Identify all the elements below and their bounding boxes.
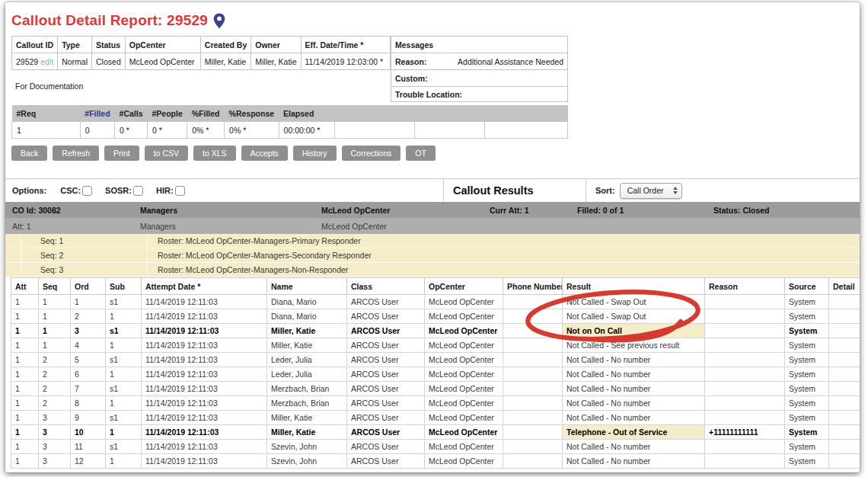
cell-opcenter: McLeod OpCenter (425, 410, 503, 424)
cell-seq: 3 (39, 424, 71, 439)
table-row[interactable]: 114111/14/2019 12:11:03Miller, KatieARCO… (11, 338, 860, 352)
cell-date: 11/14/2019 12:11:03 (142, 295, 267, 309)
seq-2-roster: Roster: McLeod OpCenter-Managers-Seconda… (148, 251, 860, 260)
ot-button[interactable]: OT (406, 146, 436, 161)
table-row[interactable]: 126111/14/2019 12:11:03Leder, JuliaARCOS… (11, 367, 860, 381)
cell-class: ARCOS User (347, 410, 425, 424)
cell-result: Not on On Call (563, 323, 705, 338)
hir-checkbox[interactable] (175, 186, 185, 196)
cell-source: System (785, 424, 829, 439)
cell-att: 1 (11, 323, 39, 338)
co-opcenter: McLeod OpCenter (321, 206, 490, 215)
table-row[interactable]: 139s111/14/2019 12:11:03Miller, KatieARC… (11, 410, 860, 424)
cell-reason (705, 309, 785, 323)
reason-row: Reason: Additional Assistance Needed (391, 53, 567, 70)
seq-2-label: Seq: 2 (21, 248, 148, 262)
cell-opcenter: McLeod OpCenter (425, 295, 503, 309)
table-row[interactable]: 128111/14/2019 12:11:03Merzbach, BrianAR… (11, 395, 860, 410)
cell-seq: 2 (39, 395, 71, 410)
type-cell: Normal (58, 53, 92, 70)
cell-opcenter: McLeod OpCenter (425, 338, 503, 352)
refresh-button[interactable]: Refresh (53, 146, 99, 161)
pct-response-value: 0% * (225, 122, 279, 139)
sort-dropdown[interactable]: Call Order (620, 183, 682, 199)
edit-link[interactable]: edit (40, 57, 53, 66)
history-button[interactable]: History (293, 146, 337, 161)
cell-ord: 4 (71, 338, 106, 352)
cell-phone (503, 395, 563, 410)
cell-opcenter: McLeod OpCenter (425, 352, 503, 367)
col-calls: #Calls (115, 105, 148, 122)
accepts-button[interactable]: Accepts (241, 146, 288, 161)
cell-date: 11/14/2019 12:11:03 (142, 367, 267, 381)
options-label: Options: (12, 186, 46, 195)
table-row[interactable]: 113s111/14/2019 12:11:03Miller, KatieARC… (11, 323, 860, 338)
cell-result: Not Called - No number (563, 352, 705, 367)
cell-source: System (785, 309, 829, 323)
co-status: Status: Closed (713, 206, 860, 215)
col-ord: Ord (71, 278, 106, 295)
seq-row-2: Seq: 2 Roster: McLeod OpCenter-Managers-… (5, 248, 860, 263)
cell-att: 1 (11, 309, 39, 323)
cell-source: System (785, 367, 829, 381)
req-value: 1 (12, 122, 81, 139)
col-filled-link[interactable]: #Filled (80, 105, 114, 122)
sort-value: Call Order (627, 186, 664, 195)
cell-source: System (785, 352, 829, 367)
sort-label: Sort: (595, 186, 615, 195)
co-summary-row: CO Id: 30082 Managers McLeod OpCenter Cu… (5, 202, 860, 218)
cell-class: ARCOS User (347, 323, 425, 338)
table-row[interactable]: 1311s111/14/2019 12:11:03Szevin, JohnARC… (11, 439, 860, 453)
elapsed-value: 00:00:00 * (279, 122, 334, 139)
cell-result: Not Called - Swap Out (563, 309, 705, 323)
cell-class: ARCOS User (347, 338, 425, 352)
cell-detail (829, 352, 860, 367)
cell-name: Diana, Mario (267, 295, 347, 309)
print-button[interactable]: Print (104, 146, 139, 161)
cell-date: 11/14/2019 12:11:03 (142, 410, 267, 424)
results-header-row: Att Seq Ord Sub Attempt Date * Name Clas… (11, 278, 860, 295)
empty-cell (485, 122, 568, 139)
cell-reason (705, 381, 785, 395)
csc-option: CSC: (60, 186, 92, 196)
cell-class: ARCOS User (347, 439, 425, 453)
trouble-location-label: Trouble Location: (395, 90, 462, 99)
cell-detail (829, 453, 860, 468)
cell-seq: 3 (39, 439, 71, 453)
sosr-checkbox[interactable] (133, 186, 143, 196)
location-pin-icon[interactable] (213, 13, 225, 29)
table-row[interactable]: 111s111/14/2019 12:11:03Diana, MarioARCO… (11, 295, 860, 309)
table-row[interactable]: 1310111/14/2019 12:11:03Miller, KatieARC… (11, 424, 860, 439)
cell-name: Miller, Katie (267, 424, 347, 439)
cell-detail (829, 439, 860, 453)
to-xls-button[interactable]: to XLS (193, 146, 236, 161)
cell-att: 1 (11, 439, 39, 453)
cell-reason (705, 453, 785, 468)
cell-sub: s1 (106, 295, 142, 309)
cell-class: ARCOS User (347, 309, 425, 323)
cell-sub: s1 (106, 439, 142, 453)
table-row[interactable]: 127s111/14/2019 12:11:03Merzbach, BrianA… (11, 381, 860, 395)
table-row[interactable]: 125s111/14/2019 12:11:03Leder, JuliaARCO… (11, 352, 860, 367)
cell-name: Szevin, John (267, 453, 347, 468)
cell-phone (503, 309, 563, 323)
cell-seq: 1 (39, 309, 71, 323)
eff-datetime-cell: 11/14/2019 12:03:00 * (301, 53, 390, 70)
reason-label: Reason: (395, 57, 426, 66)
table-row[interactable]: 1312111/14/2019 12:11:03Szevin, JohnARCO… (11, 453, 860, 468)
cell-date: 11/14/2019 12:11:03 (142, 395, 267, 410)
cell-sub: 1 (106, 453, 142, 468)
cell-detail (829, 395, 860, 410)
corrections-button[interactable]: Corrections (342, 146, 401, 161)
cell-class: ARCOS User (347, 381, 425, 395)
cell-att: 1 (11, 295, 39, 309)
back-button[interactable]: Back (11, 146, 47, 161)
to-csv-button[interactable]: to CSV (145, 146, 188, 161)
csc-checkbox[interactable] (82, 186, 92, 196)
cell-reason: +11111111111 (705, 424, 785, 439)
toolbar: Back Refresh Print to CSV to XLS Accepts… (11, 146, 860, 161)
table-row[interactable]: 112111/14/2019 12:11:03Diana, MarioARCOS… (11, 309, 860, 323)
cell-sub: 1 (106, 424, 142, 439)
col-type: Type (58, 37, 92, 53)
col-att: Att (11, 278, 39, 295)
